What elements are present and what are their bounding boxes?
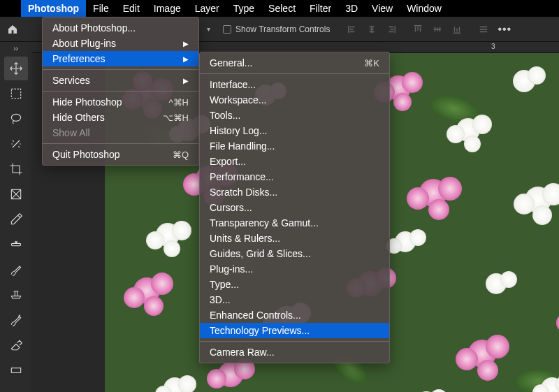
menu-separator bbox=[43, 143, 198, 144]
svg-point-85 bbox=[500, 271, 517, 288]
lasso-tool[interactable] bbox=[4, 107, 28, 131]
svg-point-27 bbox=[207, 369, 226, 389]
svg-point-29 bbox=[402, 72, 423, 93]
pref-3d[interactable]: 3D... bbox=[200, 292, 389, 307]
photoshop-menu-dropdown: About Photoshop... About Plug-ins▶ Prefe… bbox=[42, 17, 199, 166]
pref-cursors[interactable]: Cursors... bbox=[200, 200, 389, 215]
submenu-arrow-icon: ▶ bbox=[183, 77, 189, 85]
eyedropper-tool[interactable] bbox=[4, 208, 28, 231]
pref-interface[interactable]: Interface... bbox=[200, 77, 389, 92]
pref-technology-previews[interactable]: Technology Previews... bbox=[200, 323, 389, 338]
healing-brush-tool[interactable] bbox=[4, 233, 28, 256]
pref-tools[interactable]: Tools... bbox=[200, 108, 389, 123]
distribute-button[interactable] bbox=[475, 21, 492, 38]
ruler-tick: 3 bbox=[491, 43, 495, 50]
menu-image[interactable]: Image bbox=[147, 0, 188, 17]
rect-marquee-tool[interactable] bbox=[4, 82, 28, 106]
svg-point-1 bbox=[11, 114, 20, 121]
pref-performance[interactable]: Performance... bbox=[200, 169, 389, 184]
menu-type[interactable]: Type bbox=[226, 0, 261, 17]
menu-select[interactable]: Select bbox=[261, 0, 303, 17]
menu-view[interactable]: View bbox=[365, 0, 400, 17]
menu-separator bbox=[200, 73, 389, 74]
menu-about-photoshop[interactable]: About Photoshop... bbox=[43, 20, 198, 36]
chevron-down-icon[interactable]: ▾ bbox=[207, 25, 210, 33]
svg-point-24 bbox=[144, 296, 164, 316]
show-transform-checkbox[interactable] bbox=[223, 25, 231, 34]
pref-export[interactable]: Export... bbox=[200, 154, 389, 169]
svg-point-34 bbox=[407, 187, 429, 210]
svg-point-62 bbox=[164, 240, 180, 257]
home-button[interactable] bbox=[0, 17, 25, 42]
menu-hide-others[interactable]: Hide Others⌥⌘H bbox=[43, 110, 198, 125]
align-hcenter-button[interactable] bbox=[363, 21, 380, 38]
pref-units-rulers[interactable]: Units & Rulers... bbox=[200, 231, 389, 246]
clone-stamp-tool[interactable] bbox=[4, 283, 28, 307]
menu-edit[interactable]: Edit bbox=[116, 0, 147, 17]
pref-general[interactable]: General...⌘K bbox=[200, 55, 389, 71]
align-group bbox=[344, 21, 492, 38]
svg-point-35 bbox=[428, 199, 449, 220]
align-bottom-button[interactable] bbox=[449, 21, 465, 38]
pref-file-handling[interactable]: File Handling... bbox=[200, 138, 389, 154]
menu-separator bbox=[43, 91, 198, 92]
svg-point-41 bbox=[456, 348, 478, 370]
pref-enhanced-controls[interactable]: Enhanced Controls... bbox=[200, 307, 389, 323]
svg-point-73 bbox=[447, 125, 465, 143]
pref-camera-raw[interactable]: Camera Raw... bbox=[200, 344, 389, 360]
brush-tool[interactable] bbox=[4, 258, 28, 282]
pref-type[interactable]: Type... bbox=[200, 277, 389, 292]
svg-point-42 bbox=[477, 360, 498, 381]
pref-history-log[interactable]: History Log... bbox=[200, 123, 389, 138]
svg-point-76 bbox=[409, 229, 426, 246]
more-options-button[interactable]: ••• bbox=[498, 23, 511, 36]
svg-point-72 bbox=[472, 115, 492, 134]
align-vcenter-button[interactable] bbox=[429, 21, 446, 38]
svg-point-74 bbox=[464, 136, 481, 152]
menu-preferences[interactable]: Preferences▶ bbox=[43, 51, 198, 66]
magic-wand-tool[interactable] bbox=[4, 132, 28, 156]
pref-workspace[interactable]: Workspace... bbox=[200, 92, 389, 108]
svg-point-79 bbox=[528, 66, 546, 85]
submenu-arrow-icon: ▶ bbox=[183, 40, 189, 48]
menu-layer[interactable]: Layer bbox=[188, 0, 226, 17]
toolbar-expand-icon[interactable]: ›› bbox=[13, 45, 18, 56]
svg-point-40 bbox=[486, 335, 509, 358]
align-right-button[interactable] bbox=[383, 21, 400, 38]
menu-quit-photoshop[interactable]: Quit Photoshop⌘Q bbox=[43, 147, 198, 162]
eraser-tool[interactable] bbox=[4, 333, 28, 357]
gradient-tool[interactable] bbox=[4, 358, 28, 382]
pref-scratch-disks[interactable]: Scratch Disks... bbox=[200, 184, 389, 200]
menu-filter[interactable]: Filter bbox=[303, 0, 338, 17]
align-top-button[interactable] bbox=[409, 21, 426, 38]
menu-services[interactable]: Services▶ bbox=[43, 73, 198, 88]
history-brush-tool[interactable] bbox=[4, 308, 28, 332]
menu-window[interactable]: Window bbox=[400, 0, 449, 17]
menu-hide-photoshop[interactable]: Hide Photoshop^⌘H bbox=[43, 94, 198, 110]
move-tool[interactable] bbox=[4, 57, 28, 80]
align-left-button[interactable] bbox=[344, 21, 361, 38]
svg-point-82 bbox=[514, 194, 535, 215]
crop-tool[interactable] bbox=[4, 157, 28, 181]
pref-transparency-gamut[interactable]: Transparency & Gamut... bbox=[200, 215, 389, 231]
menu-separator bbox=[200, 341, 389, 342]
svg-point-22 bbox=[151, 273, 173, 295]
menu-file[interactable]: File bbox=[86, 0, 116, 17]
submenu-arrow-icon: ▶ bbox=[183, 55, 189, 63]
preferences-submenu: General...⌘K Interface... Workspace... T… bbox=[199, 52, 390, 363]
menu-separator bbox=[43, 69, 198, 70]
frame-tool[interactable] bbox=[4, 182, 28, 206]
menu-about-plugins[interactable]: About Plug-ins▶ bbox=[43, 36, 198, 51]
svg-point-23 bbox=[124, 287, 145, 308]
svg-point-60 bbox=[172, 221, 191, 240]
svg-point-61 bbox=[146, 231, 164, 249]
svg-point-83 bbox=[532, 205, 552, 225]
menu-bar: Photoshop File Edit Image Layer Type Sel… bbox=[0, 0, 559, 17]
pref-guides-grid-slices[interactable]: Guides, Grid & Slices... bbox=[200, 246, 389, 261]
menu-photoshop[interactable]: Photoshop bbox=[21, 0, 86, 17]
pref-plugins[interactable]: Plug-ins... bbox=[200, 261, 389, 277]
menu-show-all: Show All bbox=[43, 125, 198, 140]
svg-rect-0 bbox=[11, 89, 20, 98]
menu-3d[interactable]: 3D bbox=[338, 0, 365, 17]
svg-point-33 bbox=[438, 177, 462, 201]
